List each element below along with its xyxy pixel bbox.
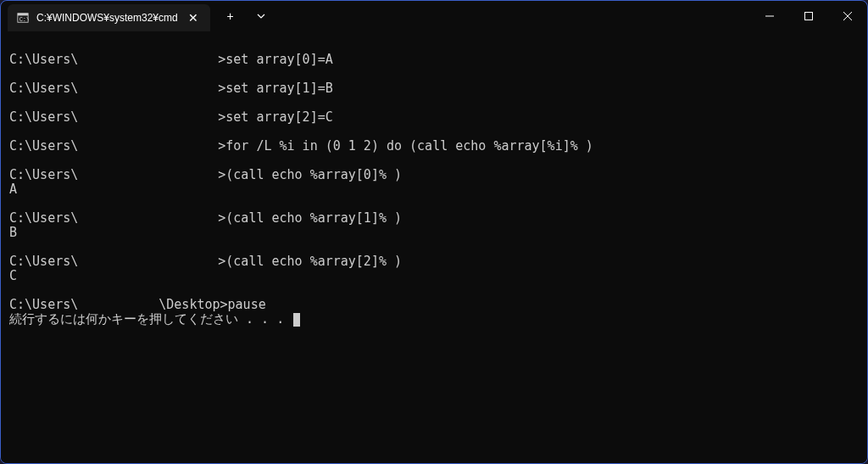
prompt-suffix: > xyxy=(218,167,225,182)
pause-message: 続行するには何かキーを押してください . . . xyxy=(9,311,292,327)
terminal-output: B xyxy=(9,226,859,240)
close-button[interactable] xyxy=(828,1,867,31)
prompt-prefix: C:\Users\ xyxy=(9,210,78,226)
redacted-username xyxy=(78,111,218,124)
tab-dropdown-button[interactable] xyxy=(248,3,275,30)
terminal-body[interactable]: C:\Users\>set array[0]=A C:\Users\>set a… xyxy=(1,31,867,464)
terminal-line xyxy=(9,283,859,298)
terminal-line xyxy=(9,197,859,211)
terminal-line xyxy=(9,96,859,110)
titlebar: C:\ C:¥WINDOWS¥system32¥cmd ✕ + xyxy=(1,1,867,31)
prompt-prefix: C:\Users\ xyxy=(9,81,78,96)
svg-text:C:\: C:\ xyxy=(19,16,29,23)
terminal-line: C:\Users\>(call echo %array[1]% ) xyxy=(9,211,859,226)
window-controls xyxy=(750,1,867,31)
terminal-output: A xyxy=(9,182,859,197)
redacted-username xyxy=(78,299,159,311)
command-text: (call echo %array[2]% ) xyxy=(225,254,402,269)
tab-actions: + xyxy=(217,3,275,30)
command-text: (call echo %array[0]% ) xyxy=(225,167,402,182)
redacted-username xyxy=(78,82,218,95)
terminal-line xyxy=(9,240,859,254)
terminal-line: C:\Users\>set array[1]=B xyxy=(9,81,859,96)
terminal-line xyxy=(9,38,859,53)
redacted-username xyxy=(78,255,218,268)
minimize-button[interactable] xyxy=(750,1,789,31)
prompt-prefix: C:\Users\ xyxy=(9,254,78,269)
terminal-line: C:\Users\>(call echo %array[0]% ) xyxy=(9,168,859,182)
prompt-prefix: C:\Users\ xyxy=(9,109,78,125)
redacted-username xyxy=(78,212,218,225)
redacted-username xyxy=(78,140,218,153)
redacted-username xyxy=(78,169,218,182)
prompt-suffix-desktop: \Desktop> xyxy=(159,297,227,312)
prompt-prefix: C:\Users\ xyxy=(9,167,78,182)
prompt-suffix: > xyxy=(218,81,225,96)
redacted-username xyxy=(78,53,218,66)
terminal-line: C:\Users\\Desktop>pause xyxy=(9,298,859,312)
terminal-line xyxy=(9,67,859,81)
svg-rect-4 xyxy=(805,13,813,20)
command-text: set array[1]=B xyxy=(225,81,332,96)
prompt-suffix: > xyxy=(218,138,225,154)
command-text: for /L %i in (0 1 2) do (call echo %arra… xyxy=(225,138,593,154)
prompt-prefix: C:\Users\ xyxy=(9,138,78,154)
command-text: pause xyxy=(228,297,266,312)
terminal-tab[interactable]: C:\ C:¥WINDOWS¥system32¥cmd ✕ xyxy=(8,4,210,31)
command-text: set array[0]=A xyxy=(225,52,332,67)
terminal-line xyxy=(9,125,859,139)
new-tab-button[interactable]: + xyxy=(217,3,244,30)
terminal-line: C:\Users\>for /L %i in (0 1 2) do (call … xyxy=(9,139,859,154)
tab-title: C:¥WINDOWS¥system32¥cmd xyxy=(36,12,178,24)
prompt-prefix: C:\Users\ xyxy=(9,297,78,312)
command-text: set array[2]=C xyxy=(225,109,332,125)
prompt-suffix: > xyxy=(218,254,225,269)
prompt-prefix: C:\Users\ xyxy=(9,52,78,67)
cursor xyxy=(293,313,300,327)
cmd-icon: C:\ xyxy=(16,11,30,25)
terminal-line: C:\Users\>set array[2]=C xyxy=(9,110,859,125)
prompt-suffix: > xyxy=(218,52,225,67)
prompt-suffix: > xyxy=(218,109,225,125)
terminal-output: C xyxy=(9,269,859,283)
tab-close-button[interactable]: ✕ xyxy=(185,9,202,26)
maximize-button[interactable] xyxy=(789,1,828,31)
prompt-suffix: > xyxy=(218,210,225,226)
command-text: (call echo %array[1]% ) xyxy=(225,210,402,226)
terminal-line xyxy=(9,154,859,168)
terminal-line: C:\Users\>(call echo %array[2]% ) xyxy=(9,254,859,269)
terminal-line: C:\Users\>set array[0]=A xyxy=(9,53,859,67)
terminal-output: 続行するには何かキーを押してください . . . xyxy=(9,312,859,327)
